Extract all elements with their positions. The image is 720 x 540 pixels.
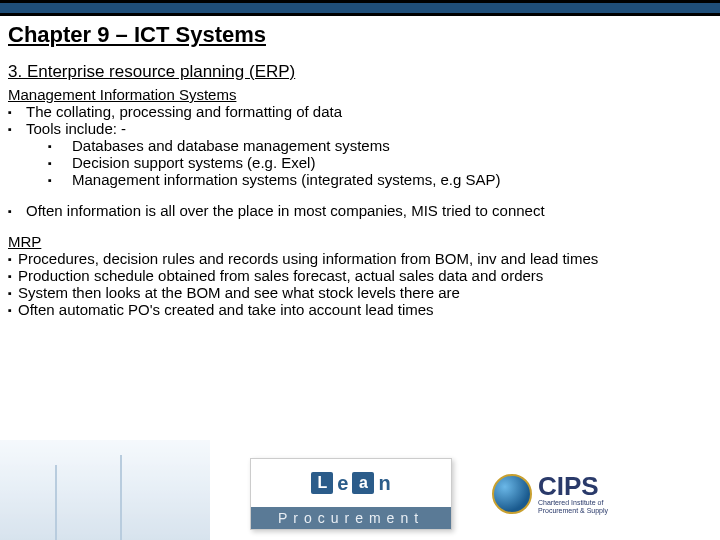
list-item: Management information systems (integrat… [48, 171, 712, 188]
mrp-heading: MRP [8, 233, 712, 250]
list-item: System then looks at the BOM and see wha… [8, 284, 712, 301]
footer: Lean Procurement CIPS Chartered Institut… [0, 430, 720, 540]
slide-content: Chapter 9 – ICT Systems 3. Enterprise re… [0, 16, 720, 318]
lean-logo-sub: Procurement [251, 507, 451, 529]
list-item: Often automatic PO's created and take in… [8, 301, 712, 318]
logo-row: Lean Procurement CIPS Chartered Institut… [250, 458, 608, 530]
list-item: Often information is all over the place … [8, 202, 712, 219]
header-bar [0, 0, 720, 16]
list-item: Decision support systems (e.g. Exel) [48, 154, 712, 171]
list-item: Databases and database management system… [48, 137, 712, 154]
globe-icon [492, 474, 532, 514]
list-item: Tools include: - [8, 120, 712, 137]
section-title: 3. Enterprise resource planning (ERP) [8, 62, 712, 82]
cips-logo-sub2: Procurement & Supply [538, 507, 608, 515]
mis-heading: Management Information Systems [8, 86, 712, 103]
cips-logo-text: CIPS [538, 473, 608, 499]
lean-procurement-logo: Lean Procurement [250, 458, 452, 530]
list-item: The collating, processing and formatting… [8, 103, 712, 120]
lean-logo-top: Lean [251, 459, 451, 507]
list-item: Production schedule obtained from sales … [8, 267, 712, 284]
cips-logo-sub1: Chartered Institute of [538, 499, 608, 507]
mrp-bullets: Procedures, decision rules and records u… [8, 250, 712, 318]
mis-sub-bullets: Databases and database management system… [8, 137, 712, 188]
cips-logo: CIPS Chartered Institute of Procurement … [492, 473, 608, 514]
mis-bullets-2: Often information is all over the place … [8, 202, 712, 219]
background-image [0, 440, 210, 540]
chapter-title: Chapter 9 – ICT Systems [8, 22, 712, 48]
mis-bullets: The collating, processing and formatting… [8, 103, 712, 137]
list-item: Procedures, decision rules and records u… [8, 250, 712, 267]
